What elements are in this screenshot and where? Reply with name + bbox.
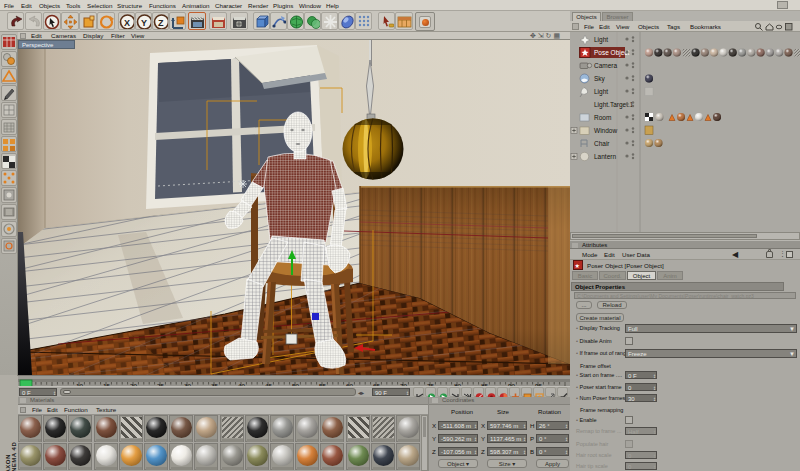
svg-text:Window: Window [594,127,617,134]
svg-text:X: X [124,18,130,28]
svg-text:Room: Room [594,114,611,121]
svg-text:Lantern: Lantern [594,153,616,160]
svg-text:Light: Light [594,36,608,44]
svg-text:Z: Z [158,18,164,28]
svg-text:Y: Y [141,18,147,28]
svg-text:Sky: Sky [594,75,606,83]
svg-text:Light: Light [594,88,608,96]
svg-text:Camera: Camera [594,62,618,69]
svg-text:Pose Object: Pose Object [594,49,630,57]
svg-text:Chair: Chair [594,140,610,147]
